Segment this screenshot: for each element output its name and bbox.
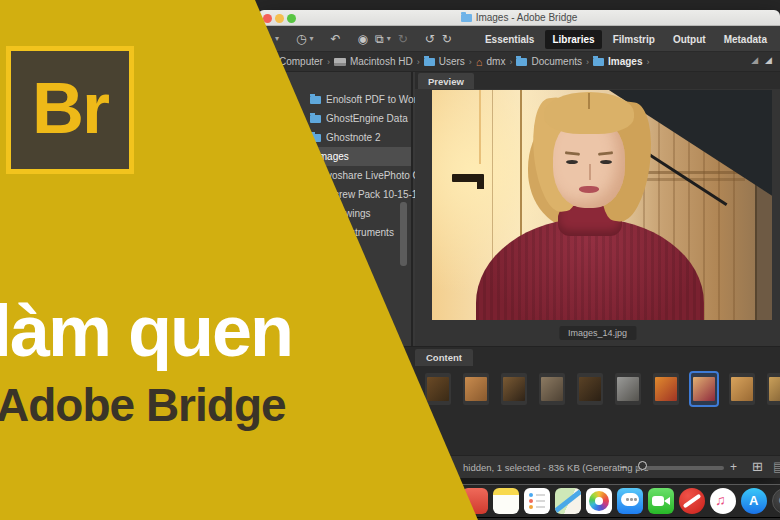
thumbnail-image <box>503 377 525 401</box>
dock-photos-icon[interactable] <box>586 488 612 514</box>
toolbar: ›▾◷▾↶◉⧉▾↻↺↻ EssentialsLibrariesFilmstrip… <box>258 26 780 52</box>
preview-panel: Preview <box>415 72 780 346</box>
workspace-tabs: EssentialsLibrariesFilmstripOutputMetada… <box>478 26 774 52</box>
folder-icon <box>310 115 321 123</box>
thumbnail-size-slider[interactable] <box>636 466 724 470</box>
dock-settings-dark-icon[interactable] <box>772 488 780 514</box>
boomerang-icon[interactable]: ↶ <box>331 33 341 45</box>
toolbar-icon-group: ›▾◷▾↶◉⧉▾↻↺↻ <box>268 26 452 52</box>
folders-scrollbar[interactable] <box>400 202 407 266</box>
detail-view-button[interactable]: ▤ <box>773 459 780 474</box>
dock-notes-icon[interactable] <box>493 488 519 514</box>
undo-icon[interactable]: ↺ <box>425 33 435 45</box>
dock-facetime-icon[interactable] <box>648 488 674 514</box>
content-thumbnail-8[interactable] <box>691 373 717 405</box>
dock-icon-row <box>462 488 780 514</box>
folder-icon <box>424 58 435 66</box>
copy-caret-icon[interactable]: ▾ <box>387 35 391 43</box>
breadcrumb-macintosh-hd[interactable]: Macintosh HD <box>350 56 413 67</box>
workspace-tab-filmstrip[interactable]: Filmstrip <box>606 30 662 49</box>
thumbnail-image <box>579 377 601 401</box>
dock-messages-icon[interactable] <box>617 488 643 514</box>
folder-item-label: voshare LivePhoto Co <box>327 170 425 181</box>
history-icon[interactable]: ◷ <box>296 33 306 45</box>
sort-manual-icon[interactable]: ◢ <box>765 55 772 65</box>
go-forward-caret-icon[interactable]: ▾ <box>275 35 279 43</box>
workspace-tab-essentials[interactable]: Essentials <box>478 30 541 49</box>
tab-preview[interactable]: Preview <box>418 73 474 89</box>
thumbnail-image <box>693 377 715 401</box>
drive-icon <box>334 58 346 66</box>
bridge-logo-text: Br <box>32 67 108 149</box>
dock-maps-icon[interactable] <box>555 488 581 514</box>
content-thumbnail-4[interactable] <box>539 373 565 405</box>
folder-icon <box>516 58 527 66</box>
preview-filename[interactable]: Images_14.jpg <box>559 326 636 340</box>
workspace-tab-libraries[interactable]: Libraries <box>545 30 601 49</box>
content-thumbnail-9[interactable] <box>729 373 755 405</box>
folder-icon <box>593 58 604 66</box>
breadcrumb-separator: › <box>417 57 420 67</box>
breadcrumb-separator: › <box>586 57 589 67</box>
thumbnail-image <box>731 377 753 401</box>
content-thumbnail-3[interactable] <box>501 373 527 405</box>
folder-icon <box>461 14 472 22</box>
photo-column-molding <box>643 171 745 174</box>
tab-content[interactable]: Content <box>415 349 473 366</box>
window-titlebar[interactable]: Images - Adobe Bridge <box>258 10 780 26</box>
camera-import-icon[interactable]: ◉ <box>358 33 368 45</box>
zoom-in-button[interactable]: + <box>730 460 737 474</box>
photo-lamp-cord <box>479 90 481 164</box>
woman-eyebrow <box>565 151 580 155</box>
hero-subtitle: Adobe Bridge <box>0 378 286 432</box>
folder-item-label: wings <box>345 208 371 219</box>
woman-eye <box>600 160 612 164</box>
workspace-tab-metadata[interactable]: Metadata <box>717 30 774 49</box>
breadcrumb-dmx[interactable]: dmx <box>487 56 506 67</box>
folder-item-label: crew Pack 10-15-18 <box>334 189 423 200</box>
content-thumbnail-10[interactable] <box>767 373 780 405</box>
breadcrumb-images[interactable]: Images <box>608 56 642 67</box>
breadcrumb-computer[interactable]: Computer <box>279 56 323 67</box>
preview-tabstrip: Preview <box>415 72 780 89</box>
photo-door-handle <box>452 174 484 182</box>
sync-icon[interactable]: ↻ <box>398 33 408 45</box>
grid-view-button[interactable]: ⊞ <box>752 459 763 474</box>
content-thumbnail-6[interactable] <box>615 373 641 405</box>
content-thumbnail-1[interactable] <box>425 373 451 405</box>
copy-stack-icon[interactable]: ⧉ <box>375 33 384 45</box>
content-thumbnail-2[interactable] <box>463 373 489 405</box>
dock-red-slash-icon[interactable] <box>679 488 705 514</box>
sort-icons: ◢◢ <box>751 55 772 65</box>
woman-nose <box>589 164 591 180</box>
woman-hair-part <box>588 93 590 109</box>
workspace-tab-output[interactable]: Output <box>666 30 713 49</box>
content-thumbnail-5[interactable] <box>577 373 603 405</box>
dock-itunes-icon[interactable] <box>710 488 736 514</box>
breadcrumb-separator: › <box>646 57 649 67</box>
thumbnail-image <box>655 377 677 401</box>
folder-item-label: Ghostnote 2 <box>326 132 380 143</box>
thumbnail-image <box>617 377 639 401</box>
sort-ascending-icon[interactable]: ◢ <box>751 55 758 65</box>
content-thumbnail-7[interactable] <box>653 373 679 405</box>
thumbnail-size-slider-knob[interactable] <box>638 461 647 470</box>
breadcrumb-documents[interactable]: Documents <box>531 56 582 67</box>
history-caret-icon[interactable]: ▾ <box>310 35 314 43</box>
woman-eyebrow <box>598 151 613 155</box>
dock-reminders-icon[interactable] <box>524 488 550 514</box>
redo-icon[interactable]: ↻ <box>442 33 452 45</box>
woman-lips <box>579 186 599 193</box>
folder-item-label: struments <box>350 227 394 238</box>
breadcrumb-separator: › <box>327 57 330 67</box>
dock-appstore-icon[interactable] <box>741 488 767 514</box>
folder-item-label: GhostEngine Data <box>326 113 408 124</box>
thumbnail-image <box>769 377 780 401</box>
folder-icon <box>310 96 321 104</box>
breadcrumb-users[interactable]: Users <box>439 56 465 67</box>
preview-photo <box>432 90 772 320</box>
zoom-out-button[interactable]: − <box>620 460 627 474</box>
breadcrumb-separator: › <box>469 57 472 67</box>
breadcrumb-separator: › <box>509 57 512 67</box>
home-icon: ⌂ <box>476 58 483 66</box>
